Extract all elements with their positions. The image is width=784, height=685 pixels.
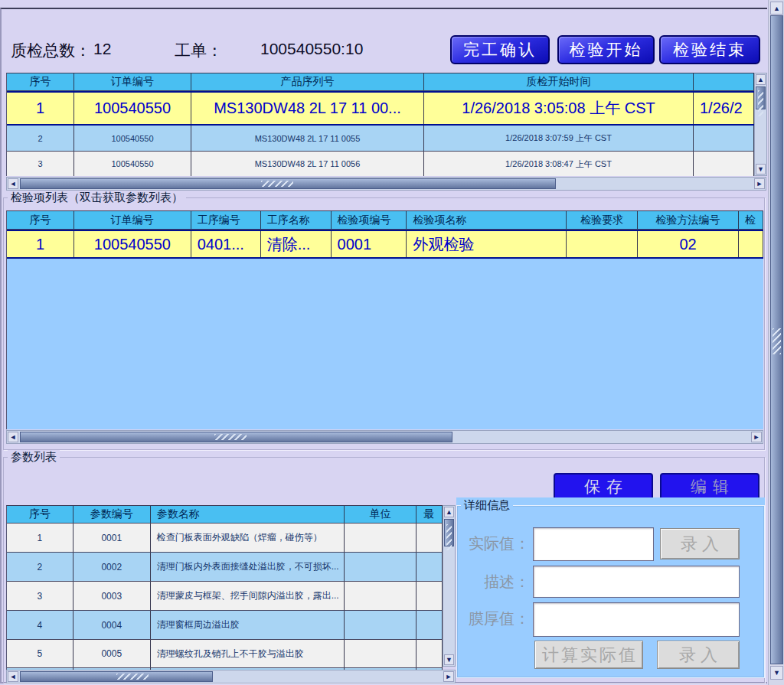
table-cell[interactable]: 100540550 <box>74 152 191 176</box>
table-cell[interactable] <box>345 553 416 581</box>
column-header[interactable]: 订单编号 <box>74 211 191 229</box>
inspection-end-button[interactable]: 检验结束 <box>659 35 760 64</box>
scroll-thumb[interactable] <box>756 86 766 109</box>
window-vscrollbar[interactable]: ▲ ▼ <box>768 0 784 685</box>
table-row[interactable]: 3100540550MS130DW48 2L 17 11 00561/26/20… <box>7 152 754 176</box>
enter-actual-button[interactable]: 录入 <box>660 528 740 559</box>
table-cell[interactable]: 外观检验 <box>407 231 567 257</box>
complete-confirm-button[interactable]: 完工确认 <box>450 35 550 64</box>
table-cell[interactable]: 2 <box>7 553 74 581</box>
table-cell[interactable]: 1/26/2018 3:07:59 上午 CST <box>424 126 694 151</box>
table-cell[interactable] <box>416 640 443 667</box>
table-cell[interactable]: 0001 <box>332 231 407 257</box>
table-cell[interactable]: 0001 <box>74 524 151 552</box>
table-cell[interactable]: 1/26/2 <box>694 93 754 124</box>
table-cell[interactable]: 清理窗框周边溢出胶 <box>151 611 345 639</box>
table-cell[interactable] <box>567 231 638 257</box>
table-cell[interactable]: 1/26/2018 3:08:47 上午 CST <box>424 152 694 176</box>
scroll-left-icon[interactable]: ◄ <box>8 432 18 442</box>
table-row[interactable]: 11005405500401...清除...0001外观检验02 <box>7 230 763 259</box>
column-header[interactable]: 检 <box>739 211 763 229</box>
enter-thickness-button[interactable]: 录入 <box>657 641 740 669</box>
actual-value-input[interactable] <box>533 527 654 561</box>
inspection-start-button[interactable]: 检验开始 <box>557 35 655 64</box>
column-header[interactable]: 产品序列号 <box>191 73 424 90</box>
table-cell[interactable] <box>739 231 763 257</box>
table-cell[interactable]: 100540550 <box>74 93 191 124</box>
scroll-thumb[interactable] <box>20 432 452 442</box>
table-cell[interactable]: MS130DW48 2L 17 11 0056 <box>191 152 424 176</box>
table-cell[interactable]: 0003 <box>74 582 151 610</box>
table-cell[interactable]: 清理门板内外表面接缝处溢出胶，不可损坏... <box>151 553 345 581</box>
column-header[interactable]: 单位 <box>345 506 416 523</box>
column-header[interactable]: 检验项编号 <box>332 211 407 229</box>
table-cell[interactable]: 1 <box>7 524 74 552</box>
film-thickness-input[interactable] <box>533 602 740 637</box>
table-row[interactable]: 20002清理门板内外表面接缝处溢出胶，不可损坏... <box>7 553 443 582</box>
column-header[interactable]: 序号 <box>7 73 74 90</box>
table-cell[interactable]: MS130DW48 2L 17 11 00... <box>191 93 424 124</box>
column-header[interactable]: 序号 <box>7 506 74 523</box>
column-header[interactable]: 工序编号 <box>191 211 261 229</box>
scroll-thumb[interactable] <box>20 178 556 189</box>
table-cell[interactable]: 3 <box>7 152 74 176</box>
scroll-down-icon[interactable]: ▼ <box>756 164 766 175</box>
scroll-up-icon[interactable]: ▲ <box>756 74 766 85</box>
table-cell[interactable]: 3 <box>7 582 74 610</box>
items-table-hscrollbar[interactable]: ◄ ► <box>6 430 763 444</box>
table-cell[interactable]: 0401... <box>191 231 261 257</box>
column-header[interactable]: 检验项名称 <box>407 211 567 229</box>
table-row[interactable]: 10001检查门板表面外观缺陷（焊瘤，碰伤等） <box>7 524 443 553</box>
scroll-right-icon[interactable]: ► <box>751 432 762 442</box>
table-cell[interactable]: 2 <box>7 126 74 151</box>
column-header[interactable]: 检验要求 <box>567 211 638 229</box>
table-row[interactable]: 40004清理窗框周边溢出胶 <box>7 611 443 640</box>
quality-table-vscrollbar[interactable]: ▲ ▼ <box>754 73 767 176</box>
table-cell[interactable]: 0004 <box>74 611 151 639</box>
table-cell[interactable] <box>345 582 416 610</box>
table-cell[interactable]: 02 <box>638 231 739 257</box>
table-cell[interactable]: 0002 <box>74 553 151 581</box>
column-header[interactable] <box>694 73 754 90</box>
column-header[interactable]: 订单编号 <box>74 73 191 90</box>
table-cell[interactable] <box>416 582 443 610</box>
table-cell[interactable]: 4 <box>7 611 74 639</box>
scroll-down-icon[interactable]: ▼ <box>770 666 783 680</box>
table-cell[interactable]: 100540550 <box>74 231 191 257</box>
save-button[interactable]: 保存 <box>554 473 653 501</box>
scroll-down-icon[interactable]: ▼ <box>444 654 454 665</box>
column-header[interactable]: 参数编号 <box>74 506 151 523</box>
table-cell[interactable] <box>345 524 416 552</box>
table-row[interactable]: 1100540550MS130DW48 2L 17 11 00...1/26/2… <box>7 91 754 126</box>
table-cell[interactable] <box>345 611 416 639</box>
table-cell[interactable]: 清理蒙皮与框架、挖手间隙内溢出胶，露出... <box>151 582 345 610</box>
column-header[interactable]: 序号 <box>7 211 74 229</box>
scroll-thumb[interactable] <box>20 671 213 682</box>
description-input[interactable] <box>533 566 740 598</box>
edit-button[interactable]: 编辑 <box>660 473 760 501</box>
table-cell[interactable]: 检查门板表面外观缺陷（焊瘤，碰伤等） <box>151 524 345 552</box>
table-cell[interactable]: 5 <box>7 640 74 667</box>
table-cell[interactable] <box>345 640 416 667</box>
scroll-right-icon[interactable]: ► <box>754 178 765 189</box>
scroll-up-icon[interactable]: ▲ <box>444 507 454 517</box>
table-row[interactable]: 2100540550MS130DW48 2L 17 11 00551/26/20… <box>7 126 754 152</box>
scroll-thumb[interactable] <box>444 519 454 546</box>
table-cell[interactable]: 1 <box>7 93 74 124</box>
table-cell[interactable]: 清除... <box>261 231 332 257</box>
table-cell[interactable] <box>694 126 754 151</box>
scroll-left-icon[interactable]: ◄ <box>8 671 18 682</box>
calc-actual-value-button[interactable]: 计算实际值 <box>534 641 643 669</box>
table-row[interactable]: 30003清理蒙皮与框架、挖手间隙内溢出胶，露出... <box>7 582 443 611</box>
scroll-right-icon[interactable]: ► <box>443 671 454 682</box>
column-header[interactable]: 参数名称 <box>151 506 345 523</box>
table-cell[interactable]: 0005 <box>74 640 151 667</box>
column-header[interactable]: 工序名称 <box>261 211 332 229</box>
table-cell[interactable] <box>694 152 754 176</box>
column-header[interactable]: 最 <box>416 506 443 523</box>
params-table-hscrollbar[interactable]: ◄ ► <box>6 670 456 683</box>
table-cell[interactable] <box>416 553 443 581</box>
table-cell[interactable]: MS130DW48 2L 17 11 0055 <box>191 126 424 151</box>
quality-table-hscrollbar[interactable]: ◄ ► <box>6 177 766 191</box>
scroll-thumb[interactable] <box>770 15 783 664</box>
